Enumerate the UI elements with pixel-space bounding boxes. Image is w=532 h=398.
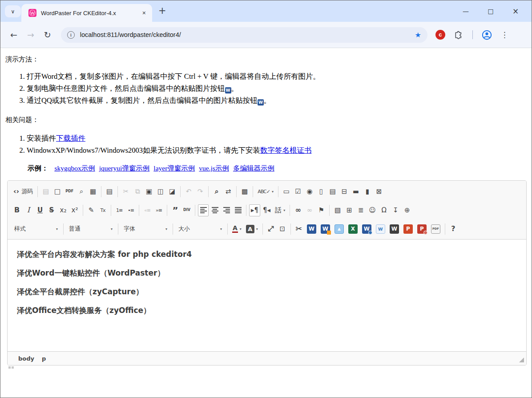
text-field-button[interactable]: ▯	[316, 186, 326, 198]
iframe-button[interactable]: ⊕	[402, 204, 412, 216]
new-tab-button[interactable]: +	[158, 5, 166, 16]
increase-indent-button[interactable]: »≡	[153, 204, 164, 216]
blockquote-button[interactable]: ”	[170, 204, 181, 216]
link-button[interactable]: ∞	[293, 204, 303, 216]
copy-button[interactable]: ⧉	[132, 186, 143, 198]
word-doc-button[interactable]: w	[374, 223, 387, 235]
tab-close-icon[interactable]: ×	[141, 8, 148, 17]
bookmark-star-icon[interactable]: ★	[415, 31, 421, 39]
replace-button[interactable]: ⇄	[223, 186, 234, 198]
bulleted-list-button[interactable]: •≡	[125, 204, 136, 216]
find-button[interactable]: ⌕	[211, 186, 222, 198]
numbered-list-button[interactable]: 1≡	[114, 204, 125, 216]
strikethrough-button[interactable]: S	[46, 204, 57, 216]
paste-from-word-button[interactable]: ◪	[167, 186, 177, 198]
special-character-button[interactable]: Ω	[379, 204, 389, 216]
menu-kebab-icon[interactable]: ⋮	[501, 30, 508, 39]
button-field-button[interactable]: ▬	[351, 186, 361, 198]
example-link[interactable]: layer弹窗示例	[153, 164, 195, 172]
underline-button[interactable]: U	[35, 204, 45, 216]
smiley-button[interactable]: ☺	[367, 204, 378, 216]
screen-capture-button[interactable]: ✂	[294, 223, 304, 235]
reload-button[interactable]: ↻	[44, 30, 51, 40]
forward-button[interactable]: →	[27, 30, 34, 40]
form-button[interactable]: ▭	[281, 186, 292, 198]
question-link[interactable]: 下载插件	[56, 134, 85, 142]
editor-content-area[interactable]: 泽优全平台内容发布解决方案 for php ckeditor4泽优Word一键粘…	[8, 240, 526, 351]
active-tab[interactable]: Ⓦ WordPaster For CKEditor-4.x ×	[21, 4, 152, 22]
decrease-indent-button[interactable]: «≡	[142, 204, 153, 216]
element-path-item[interactable]: p	[42, 355, 46, 362]
hidden-field-button[interactable]: ⊠	[374, 186, 384, 198]
save-button[interactable]: ▤	[40, 186, 51, 198]
bold-button[interactable]: B	[12, 204, 22, 216]
text-direction-rtl-button[interactable]: ¶◂	[261, 204, 272, 216]
show-blocks-button[interactable]: ⊡	[277, 223, 288, 235]
minimize-button[interactable]: —	[453, 8, 478, 15]
background-color-button[interactable]: A▾	[244, 223, 260, 235]
ppt-import-button[interactable]: P	[402, 223, 415, 235]
paragraph-format-combo[interactable]: 普通▾	[66, 223, 116, 235]
word-image-paste-button[interactable]: W	[319, 223, 332, 235]
select-all-button[interactable]: ▩	[239, 186, 250, 198]
align-left-button[interactable]	[198, 204, 209, 216]
example-link[interactable]: 多编辑器示例	[233, 164, 274, 172]
horizontal-rule-button[interactable]: ≣	[355, 204, 366, 216]
address-bar[interactable]: i localhost:811/wordpaster/ckeditor4/ ★	[61, 27, 427, 43]
example-link[interactable]: skygqbox示例	[54, 164, 95, 172]
select-field-button[interactable]: ⊟	[339, 186, 350, 198]
preview-button[interactable]: ⌕	[76, 186, 87, 198]
div-container-button[interactable]: DIV	[181, 204, 192, 216]
element-path-item[interactable]: body	[18, 355, 34, 362]
excel-import-button[interactable]: X	[347, 223, 359, 235]
checkbox-button[interactable]: ☑	[293, 186, 303, 198]
superscript-button[interactable]: x²	[69, 204, 80, 216]
styles-combo[interactable]: 样式▾	[11, 223, 61, 235]
text-direction-ltr-button[interactable]: ▸¶	[249, 204, 260, 216]
templates-button[interactable]: ▤	[104, 186, 115, 198]
pdf-import-button[interactable]: P	[415, 223, 428, 235]
new-page-button[interactable]: □	[52, 186, 63, 198]
textarea-button[interactable]: ▤	[327, 186, 338, 198]
maximize-button[interactable]: ⤢	[266, 223, 276, 235]
word-import-button[interactable]: W	[360, 223, 373, 235]
unlink-button[interactable]: ∞	[304, 204, 315, 216]
source-button[interactable]: ‹›源码	[12, 186, 35, 198]
align-justify-button[interactable]	[233, 204, 243, 216]
table-button[interactable]: ⊞	[344, 204, 355, 216]
tab-search-button[interactable]: ∨	[5, 5, 21, 17]
extensions-puzzle-icon[interactable]	[454, 30, 464, 40]
spellcheck-button[interactable]: ABC✓▾	[256, 186, 275, 198]
font-size-combo[interactable]: 大小▾	[175, 223, 225, 235]
redo-button[interactable]: ↷	[195, 186, 206, 198]
text-color-button[interactable]: A▾	[230, 223, 243, 235]
subscript-button[interactable]: x₂	[58, 204, 69, 216]
editor-paragraph[interactable]: 泽优全平台截屏控件（zyCapture）	[17, 286, 517, 297]
paste-as-text-button[interactable]: ◫	[155, 186, 166, 198]
page-break-button[interactable]: ↧	[390, 204, 401, 216]
image-button[interactable]: ▧	[332, 204, 343, 216]
example-link[interactable]: vue.js示例	[199, 164, 229, 172]
word-convert-button[interactable]: W	[388, 223, 401, 235]
export-pdf-button[interactable]: PDF	[64, 186, 75, 198]
about-help-button[interactable]: ?	[448, 223, 459, 235]
print-button[interactable]: ▦	[88, 186, 98, 198]
editor-paragraph[interactable]: 泽优全平台内容发布解决方案 for php ckeditor4	[17, 249, 517, 260]
back-button[interactable]: ←	[10, 30, 17, 40]
editor-paragraph[interactable]: 泽优Office文档转换服务（zyOffice）	[17, 305, 517, 316]
image-capture-button[interactable]: ▲	[333, 223, 346, 235]
profile-avatar-icon[interactable]	[481, 29, 492, 41]
maximize-button[interactable]: □	[478, 8, 503, 15]
example-link[interactable]: jqueryui弹窗示例	[99, 164, 150, 172]
language-button[interactable]: 話▾	[273, 204, 287, 216]
image-button-button[interactable]: ▮	[362, 186, 373, 198]
anchor-button[interactable]: ⚑	[316, 204, 326, 216]
italic-button[interactable]: I	[23, 204, 34, 216]
copy-formatting-button[interactable]: ✎	[86, 204, 97, 216]
align-right-button[interactable]	[221, 204, 232, 216]
extension-badge-icon[interactable]: c	[435, 30, 445, 40]
undo-button[interactable]: ↶	[183, 186, 194, 198]
word-paste-button[interactable]: W	[305, 223, 318, 235]
close-button[interactable]: ×	[503, 7, 528, 16]
font-combo[interactable]: 字体▾	[121, 223, 170, 235]
